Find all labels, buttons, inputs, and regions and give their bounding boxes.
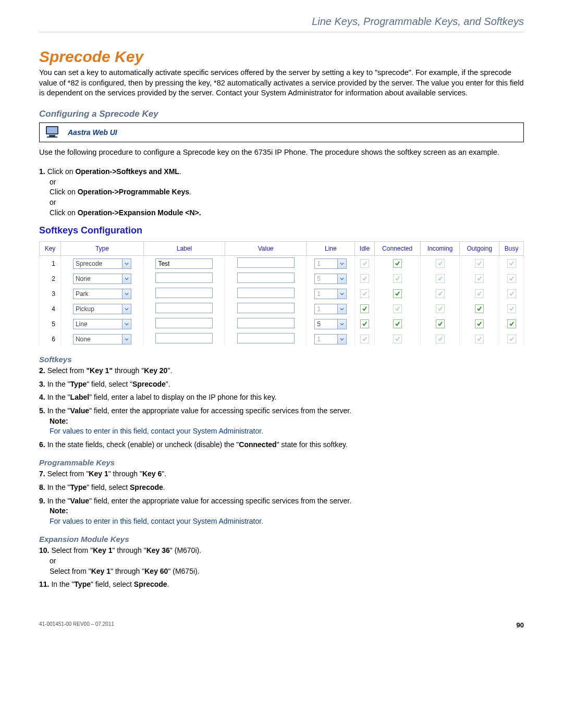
state-checkbox — [475, 335, 484, 343]
page-title: Sprecode Key — [39, 48, 524, 66]
type-dropdown[interactable]: None — [73, 334, 131, 344]
state-checkbox — [393, 335, 402, 343]
state-checkbox — [360, 289, 369, 298]
line-dropdown: 1 — [314, 334, 347, 344]
monitor-icon — [44, 125, 63, 140]
state-checkbox[interactable] — [436, 319, 445, 328]
chevron-down-icon — [337, 259, 346, 268]
page-footer: 41-001451-00 REV00 – 07.2011 90 — [39, 621, 524, 629]
step-2: 2.Select from "Key 1" through "Key 20". — [39, 366, 524, 376]
type-dropdown[interactable]: None — [73, 274, 131, 284]
key-number: 2 — [40, 271, 61, 286]
state-checkbox — [507, 289, 516, 298]
use-text: Use the following procedure to configure… — [39, 147, 524, 158]
table-row: 1SprecodeTest1 — [40, 256, 524, 272]
state-checkbox[interactable] — [475, 304, 484, 313]
step-4: 4.In the "Label" field, enter a label to… — [39, 392, 524, 403]
column-header: Idle — [355, 242, 374, 256]
table-row: 4Pickup1 — [40, 301, 524, 316]
svg-rect-1 — [47, 127, 57, 133]
state-checkbox — [393, 304, 402, 313]
state-checkbox — [475, 289, 484, 298]
state-checkbox[interactable] — [393, 259, 402, 268]
line-dropdown: 5 — [314, 274, 347, 284]
softkeys-config-title: Softkeys Configuration — [39, 225, 524, 236]
state-checkbox — [436, 289, 445, 298]
value-input[interactable] — [237, 318, 295, 328]
programmable-keys-heading: Programmable Keys — [39, 458, 524, 467]
state-checkbox[interactable] — [507, 319, 516, 328]
state-checkbox — [360, 274, 369, 283]
column-header: Type — [61, 242, 144, 256]
column-header: Connected — [374, 242, 420, 256]
svg-rect-3 — [47, 137, 57, 138]
softkeys-table: KeyTypeLabelValueLineIdleConnectedIncomi… — [39, 241, 524, 347]
state-checkbox[interactable] — [393, 319, 402, 328]
state-checkbox — [507, 335, 516, 343]
chevron-down-icon — [122, 319, 131, 329]
chevron-down-icon — [337, 335, 346, 344]
state-checkbox[interactable] — [360, 319, 369, 328]
state-checkbox[interactable] — [475, 319, 484, 328]
footer-docid: 41-001451-00 REV00 – 07.2011 — [39, 621, 114, 629]
value-input[interactable] — [237, 273, 295, 283]
column-header: Line — [307, 242, 355, 256]
line-dropdown: 1 — [314, 304, 347, 314]
key-number: 1 — [40, 256, 61, 272]
step-11: 11.In the "Type" field, select Sprecode. — [39, 579, 524, 590]
table-row: 5Line5 — [40, 316, 524, 331]
key-number: 3 — [40, 286, 61, 301]
chevron-down-icon — [337, 274, 346, 283]
chevron-down-icon — [122, 274, 131, 283]
table-row: 6None1 — [40, 331, 524, 347]
label-input[interactable] — [155, 318, 213, 328]
label-input[interactable]: Test — [155, 258, 213, 269]
value-input[interactable] — [237, 333, 295, 343]
chevron-down-icon — [122, 304, 131, 314]
callout-label: Aastra Web UI — [68, 128, 117, 137]
label-input[interactable] — [155, 288, 213, 298]
key-number: 6 — [40, 331, 61, 347]
type-dropdown[interactable]: Sprecode — [73, 258, 131, 269]
state-checkbox — [436, 274, 445, 283]
value-input[interactable] — [237, 288, 295, 298]
type-dropdown[interactable]: Line — [73, 319, 131, 329]
column-header: Key — [40, 242, 61, 256]
state-checkbox[interactable] — [360, 304, 369, 313]
chevron-down-icon — [337, 304, 346, 314]
value-input[interactable] — [237, 303, 295, 313]
step-9: 9.In the "Value" field, enter the approp… — [39, 496, 524, 527]
intro-text: You can set a key to automatically activ… — [39, 68, 524, 98]
footer-page-number: 90 — [517, 621, 524, 629]
state-checkbox — [360, 259, 369, 268]
state-checkbox — [507, 259, 516, 268]
state-checkbox — [393, 274, 402, 283]
table-row: 2None5 — [40, 271, 524, 286]
column-header: Incoming — [420, 242, 460, 256]
state-checkbox — [475, 259, 484, 268]
label-input[interactable] — [155, 303, 213, 313]
step-1: 1.Click on Operation->Softkeys and XML. … — [39, 167, 524, 218]
softkeys-heading: Softkeys — [39, 355, 524, 364]
step-6: 6.In the state fields, check (enable) or… — [39, 440, 524, 450]
chevron-down-icon — [337, 319, 346, 329]
label-input[interactable] — [155, 273, 213, 283]
key-number: 4 — [40, 301, 61, 316]
type-dropdown[interactable]: Park — [73, 289, 131, 299]
type-dropdown[interactable]: Pickup — [73, 304, 131, 314]
line-dropdown[interactable]: 5 — [314, 319, 347, 329]
column-header: Outgoing — [460, 242, 499, 256]
column-header: Label — [143, 242, 225, 256]
label-input[interactable] — [155, 333, 213, 343]
state-checkbox[interactable] — [393, 289, 402, 298]
state-checkbox — [436, 259, 445, 268]
column-header: Value — [225, 242, 307, 256]
page-header: Line Keys, Programmable Keys, and Softke… — [39, 16, 524, 32]
chevron-down-icon — [122, 289, 131, 299]
expansion-keys-heading: Expansion Module Keys — [39, 535, 524, 544]
step-10: 10.Select from "Key 1" through "Key 36" … — [39, 546, 524, 576]
state-checkbox — [507, 274, 516, 283]
key-number: 5 — [40, 316, 61, 331]
aastra-webui-callout: Aastra Web UI — [39, 122, 524, 142]
value-input[interactable] — [237, 257, 295, 268]
